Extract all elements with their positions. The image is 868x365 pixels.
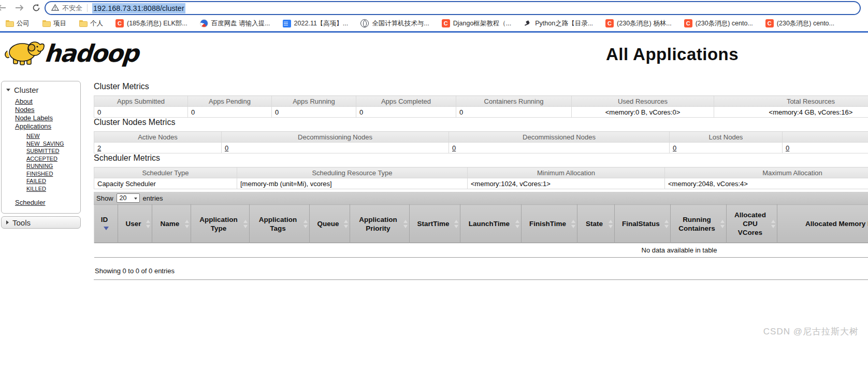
apps-column-application-type[interactable]: Application Type	[191, 205, 250, 243]
bookmark-label: 全国计算机技术与...	[372, 19, 429, 28]
back-icon[interactable]	[0, 4, 7, 12]
sidebar-item-about[interactable]: About	[15, 97, 80, 106]
bookmarks-bar-divider	[0, 31, 868, 33]
apps-column-launchtime[interactable]: LaunchTime	[460, 205, 522, 243]
apps-column-id[interactable]: ID	[94, 205, 118, 243]
address-bar[interactable]: 不安全 192.168.73.31:8088/cluster	[45, 1, 861, 15]
refresh-icon[interactable]	[32, 4, 42, 12]
apps-column-running-containers[interactable]: Running Containers	[671, 205, 727, 243]
bookmark-item-2022-11[interactable]: 2022.11【高项】...	[283, 19, 349, 28]
apps-column-name[interactable]: Name	[152, 205, 191, 243]
csdn-icon	[115, 19, 124, 27]
sidebar-item-accepted[interactable]: ACCEPTED	[26, 155, 80, 163]
metrics-value-cell: 0	[456, 107, 572, 118]
show-label: Show	[96, 194, 113, 202]
metrics-column-header: Maximum Allocation	[665, 167, 868, 178]
apps-column-label: FinishTime	[529, 220, 566, 228]
node-count-link[interactable]: 0	[225, 144, 228, 152]
applications-header-row: IDUserNameApplication TypeApplication Ta…	[94, 205, 868, 243]
sidebar-item-failed[interactable]: FAILED	[26, 177, 80, 185]
apps-column-label: Queue	[317, 220, 339, 228]
bookmark-item-[interactable]: 项目	[42, 19, 66, 28]
datatable-toolbar: Show 20 entries	[94, 192, 868, 204]
sidebar-item-submitted[interactable]: SUBMITTED	[26, 147, 80, 155]
apps-column-allocated-cpu-vcores[interactable]: Allocated CPU VCores	[727, 205, 777, 243]
sort-icon	[609, 220, 613, 228]
sidebar-item-new[interactable]: NEW	[26, 132, 80, 140]
apps-column-allocated-memory-mb[interactable]: Allocated Memory MB	[777, 205, 868, 243]
apps-column-application-priority[interactable]: Application Priority	[350, 205, 410, 243]
node-count-link[interactable]: 0	[673, 144, 676, 152]
metrics-value-cell: <memory:4 GB, vCores:16>	[714, 107, 868, 118]
browser-toolbar: 不安全 192.168.73.31:8088/cluster	[0, 0, 868, 16]
node-count-link[interactable]: 2	[97, 144, 101, 152]
bookmark-label: 公司	[17, 19, 30, 28]
apps-column-application-tags[interactable]: Application Tags	[250, 205, 310, 243]
sidebar-tools-header[interactable]: Tools	[1, 216, 81, 229]
sidebar-item-finished[interactable]: FINISHED	[26, 170, 80, 178]
scheduler-metrics-heading: Scheduler Metrics	[94, 153, 160, 163]
sort-icon	[303, 220, 308, 228]
bookmark-item-python[interactable]: Python之路【目录...	[524, 19, 593, 28]
bookmark-label: 个人	[90, 19, 103, 28]
bookmark-item-230[interactable]: (230条消息) 杨林...	[605, 19, 672, 28]
sidebar-item-scheduler[interactable]: Scheduler	[15, 199, 80, 207]
metrics-value-cell: 0	[670, 143, 783, 153]
chevron-down-icon	[6, 89, 10, 91]
sidebar-cluster-label: Cluster	[14, 86, 39, 94]
sort-icon	[185, 220, 189, 228]
node-count-link[interactable]: 0	[786, 144, 789, 152]
sort-icon	[571, 220, 575, 228]
doc-icon	[283, 20, 291, 27]
quill-icon	[524, 19, 532, 27]
folder-icon	[42, 19, 50, 27]
bookmark-item-[interactable]: 百度网盘 请输入提...	[200, 19, 270, 28]
bookmark-label: 百度网盘 请输入提...	[211, 19, 270, 28]
sidebar-item-killed[interactable]: KILLED	[26, 185, 80, 193]
sidebar-item-applications[interactable]: Applications	[15, 122, 80, 131]
bookmark-item-[interactable]: 公司	[5, 19, 30, 28]
bookmark-item-230-cento[interactable]: (230条消息) cento...	[765, 19, 834, 28]
csdn-icon	[605, 19, 614, 27]
metrics-column-header: Scheduler Type	[94, 167, 237, 178]
page-size-select[interactable]: 20	[117, 193, 140, 203]
node-count-link[interactable]: 0	[452, 144, 456, 152]
empty-table-message: No data available in table	[94, 243, 868, 258]
apps-column-queue[interactable]: Queue	[310, 205, 350, 243]
bookmark-label: (230条消息) 杨林...	[617, 19, 672, 28]
apps-column-label: Allocated Memory MB	[805, 220, 868, 228]
bookmark-item-230-cento[interactable]: (230条消息) cento...	[684, 19, 753, 28]
sidebar-item-node-labels[interactable]: Node Labels	[15, 114, 80, 122]
metrics-column-header: Used Resources	[572, 96, 714, 107]
apps-column-state[interactable]: State	[577, 205, 615, 243]
sidebar-app-states: NEWNEW_SAVINGSUBMITTEDACCEPTEDRUNNINGFIN…	[2, 132, 80, 192]
sidebar-cluster-header[interactable]: Cluster	[2, 84, 80, 97]
bookmark-label: Python之路【目录...	[535, 19, 593, 28]
url-input[interactable]: 192.168.73.31:8088/cluster	[92, 3, 185, 13]
bookmark-item-[interactable]: 个人	[79, 19, 103, 28]
apps-column-label: Application Priority	[359, 216, 397, 232]
apps-column-label: Name	[161, 220, 180, 228]
bookmark-item-django[interactable]: Django框架教程（...	[442, 19, 512, 28]
bookmark-label: (230条消息) cento...	[696, 19, 753, 28]
sidebar-item-running[interactable]: RUNNING	[26, 162, 80, 170]
bookmark-item-185-elk[interactable]: (185条消息) ELK部...	[115, 19, 187, 28]
nodes-metrics-table: Active NodesDecommissioning NodesDecommi…	[94, 131, 868, 153]
apps-column-finishtime[interactable]: FinishTime	[522, 205, 577, 243]
apps-column-user[interactable]: User	[118, 205, 152, 243]
apps-column-starttime[interactable]: StartTime	[410, 205, 460, 243]
metrics-column-header: Minimum Allocation	[468, 167, 665, 178]
metrics-column-header: Scheduling Resource Type	[237, 167, 468, 178]
metrics-column-header: Containers Running	[456, 96, 572, 107]
csdn-icon	[442, 19, 450, 27]
apps-column-finalstatus[interactable]: FinalStatus	[615, 205, 671, 243]
metrics-value-cell: 0	[272, 107, 356, 118]
nodes-metrics-heading: Cluster Nodes Metrics	[94, 118, 175, 127]
bookmark-label: 2022.11【高项】...	[294, 19, 349, 28]
forward-icon[interactable]	[15, 4, 25, 12]
bookmark-item-[interactable]: 全国计算机技术与...	[360, 19, 429, 28]
metrics-value-cell: Capacity Scheduler	[94, 178, 237, 189]
sidebar-item-nodes[interactable]: Nodes	[15, 106, 80, 114]
sidebar-item-new-saving[interactable]: NEW_SAVING	[26, 140, 80, 148]
folder-icon	[5, 19, 13, 27]
